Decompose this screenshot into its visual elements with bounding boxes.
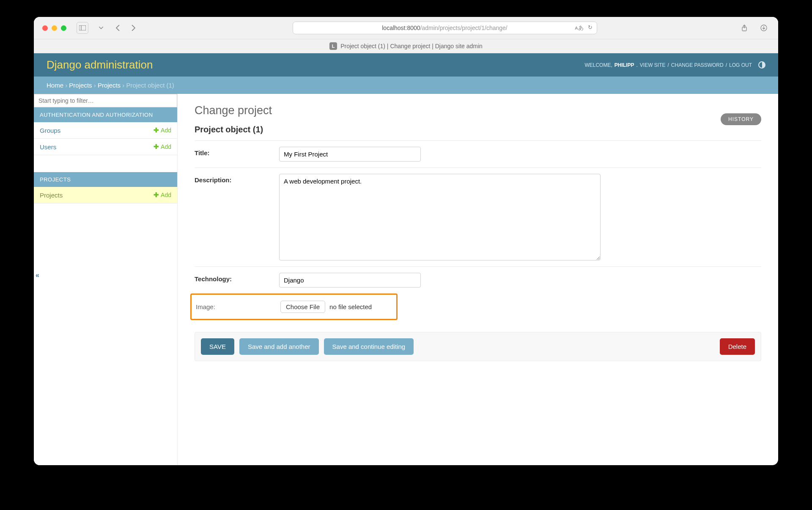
title-input[interactable]	[279, 147, 421, 162]
title-label: Title:	[195, 147, 279, 156]
sidebar-section-projects: PROJECTS	[34, 172, 177, 187]
field-row-image-highlighted: Image: Choose File no file selected	[190, 293, 398, 320]
save-button[interactable]: SAVE	[201, 338, 234, 355]
breadcrumb-app[interactable]: Projects	[69, 82, 92, 89]
app-body: « AUTHENTICATION AND AUTHORIZATION Group…	[34, 94, 778, 465]
welcome-text: WELCOME,	[584, 62, 612, 68]
description-label: Description:	[195, 174, 279, 184]
django-header: Django administration WELCOME, PHILIPP. …	[34, 53, 778, 77]
url-text: localhost:8000/admin/projects/project/1/…	[298, 25, 592, 31]
user-tools: WELCOME, PHILIPP. VIEW SITE / CHANGE PAS…	[584, 61, 765, 69]
plus-icon: ✚	[154, 126, 159, 134]
chrome-right-icons	[738, 22, 770, 34]
breadcrumb: Home › Projects › Projects › Project obj…	[34, 77, 778, 94]
content-main: Change project HISTORY Project object (1…	[178, 94, 778, 465]
browser-toolbar: localhost:8000/admin/projects/project/1/…	[34, 17, 778, 39]
logout-link[interactable]: LOG OUT	[729, 62, 752, 68]
theme-toggle-icon[interactable]	[758, 61, 765, 69]
delete-button[interactable]: Delete	[720, 338, 755, 355]
no-file-text: no file selected	[329, 303, 372, 310]
page-title: Change project	[195, 104, 761, 117]
save-add-another-button[interactable]: Save and add another	[239, 338, 319, 355]
forward-button[interactable]	[127, 22, 139, 34]
nav-arrows	[112, 22, 139, 34]
tab-title: Project object (1) | Change project | Dj…	[340, 43, 483, 49]
window-minimize-icon[interactable]	[52, 25, 57, 31]
history-button[interactable]: HISTORY	[721, 113, 761, 125]
sidebar-toggle-icon[interactable]	[77, 22, 88, 34]
users-link[interactable]: Users	[40, 143, 56, 151]
tab-favicon: L	[329, 42, 337, 50]
add-group-link[interactable]: ✚Add	[154, 126, 171, 134]
translate-icon[interactable]: ᴀあ	[575, 24, 584, 32]
object-title: Project object (1)	[195, 125, 761, 134]
save-continue-button[interactable]: Save and continue editing	[324, 338, 414, 355]
view-site-link[interactable]: VIEW SITE	[640, 62, 666, 68]
field-row-description: Description: A web development project.	[195, 167, 761, 266]
technology-input[interactable]	[279, 273, 421, 288]
choose-file-button[interactable]: Choose File	[280, 301, 325, 313]
breadcrumb-model[interactable]: Projects	[98, 82, 121, 89]
description-input[interactable]: A web development project.	[279, 174, 601, 260]
projects-link[interactable]: Projects	[40, 192, 63, 199]
field-row-title: Title:	[195, 140, 761, 167]
breadcrumb-current: Project object (1)	[126, 82, 174, 89]
collapse-sidebar-icon[interactable]: «	[36, 271, 39, 279]
admin-sidebar: AUTHENTICATION AND AUTHORIZATION Groups …	[34, 94, 178, 465]
tab-strip: L Project object (1) | Change project | …	[34, 39, 778, 53]
username: PHILIPP	[614, 62, 634, 68]
sidebar-section-auth: AUTHENTICATION AND AUTHORIZATION	[34, 107, 177, 122]
field-row-image: Image: Choose File no file selected	[196, 295, 396, 319]
groups-link[interactable]: Groups	[40, 127, 60, 134]
sidebar-item-groups: Groups ✚Add	[34, 122, 177, 139]
back-button[interactable]	[112, 22, 124, 34]
window-close-icon[interactable]	[42, 25, 48, 31]
change-password-link[interactable]: CHANGE PASSWORD	[671, 62, 724, 68]
file-widget: Choose File no file selected	[280, 301, 372, 313]
add-user-link[interactable]: ✚Add	[154, 143, 171, 151]
plus-icon: ✚	[154, 191, 159, 199]
sidebar-item-users: Users ✚Add	[34, 139, 177, 155]
window-maximize-icon[interactable]	[61, 25, 66, 31]
chevron-down-icon[interactable]	[95, 22, 107, 34]
url-bar[interactable]: localhost:8000/admin/projects/project/1/…	[293, 22, 597, 34]
browser-window: localhost:8000/admin/projects/project/1/…	[34, 17, 778, 465]
downloads-icon[interactable]	[758, 22, 770, 34]
plus-icon: ✚	[154, 143, 159, 151]
reload-icon[interactable]: ↻	[588, 24, 593, 32]
site-title[interactable]: Django administration	[47, 58, 153, 71]
image-label: Image:	[196, 301, 280, 310]
svg-rect-0	[79, 25, 86, 30]
breadcrumb-home[interactable]: Home	[47, 82, 63, 89]
add-project-link[interactable]: ✚Add	[154, 191, 171, 199]
filter-input[interactable]	[34, 94, 177, 107]
share-icon[interactable]	[738, 22, 750, 34]
technology-label: Technology:	[195, 273, 279, 282]
field-row-technology: Technology:	[195, 266, 761, 293]
traffic-lights	[42, 25, 66, 31]
sidebar-item-projects: Projects ✚Add	[34, 187, 177, 203]
submit-row: SAVE Save and add another Save and conti…	[195, 332, 761, 361]
